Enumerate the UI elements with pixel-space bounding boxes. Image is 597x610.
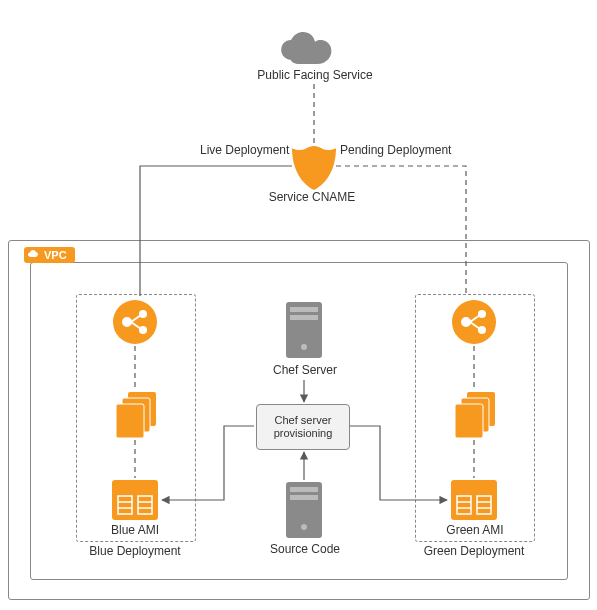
vpc-badge-label: VPC: [44, 249, 67, 261]
shield-icon: [292, 146, 336, 190]
green-deployment-group: [415, 294, 535, 542]
blue-ami-label: Blue AMI: [90, 523, 180, 537]
green-ami-label: Green AMI: [430, 523, 520, 537]
vpc-badge: VPC: [24, 248, 75, 262]
pending-deployment-edge-label: Pending Deployment: [340, 143, 451, 157]
chef-provisioning-label: Chef server provisioning: [257, 414, 349, 440]
service-cname-label: Service CNAME: [262, 190, 362, 204]
source-code-label: Source Code: [255, 542, 355, 556]
live-deployment-edge-label: Live Deployment: [200, 143, 289, 157]
public-facing-service-label: Public Facing Service: [245, 68, 385, 82]
chef-provisioning-box: Chef server provisioning: [256, 404, 350, 450]
green-deployment-label: Green Deployment: [415, 544, 533, 558]
blue-deployment-group: [76, 294, 196, 542]
chef-server-label: Chef Server: [255, 363, 355, 377]
cloud-icon: [281, 32, 331, 64]
blue-deployment-label: Blue Deployment: [76, 544, 194, 558]
